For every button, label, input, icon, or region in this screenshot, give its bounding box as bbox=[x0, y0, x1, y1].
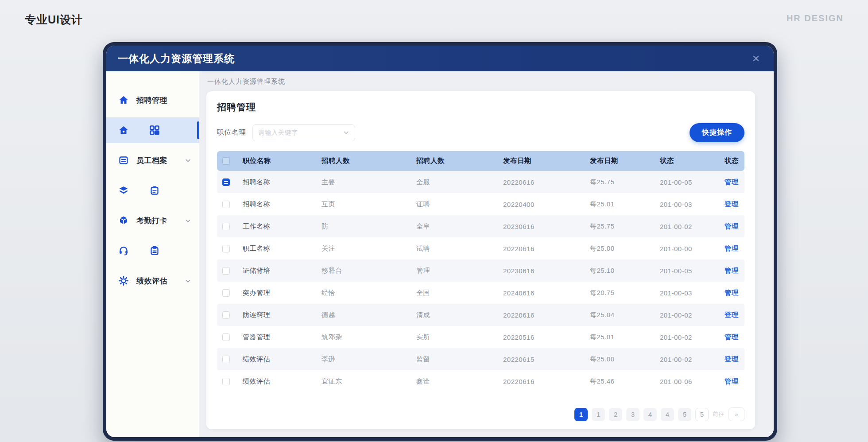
manage-link[interactable]: 登理 bbox=[725, 311, 739, 318]
headset-icon bbox=[118, 245, 129, 256]
page-button-1-1[interactable]: 1 bbox=[592, 408, 605, 421]
table-cell: 每20.75 bbox=[590, 289, 660, 297]
table-cell: 201-00-05 bbox=[660, 267, 725, 275]
sidebar-item-绩效评估[interactable]: 绩效评估 bbox=[106, 268, 199, 294]
table-cell: 全阜 bbox=[416, 222, 503, 231]
manage-link[interactable]: 登理 bbox=[725, 355, 739, 363]
table-cell: 201-00-03 bbox=[660, 289, 725, 297]
table-row: 招聘名称互页证聘20220400每25.01201-00-03登理 bbox=[217, 193, 744, 215]
sidebar-item-icons-1[interactable] bbox=[106, 117, 199, 143]
close-icon[interactable] bbox=[750, 52, 762, 65]
page-button-1-0[interactable]: 1 bbox=[574, 408, 588, 421]
manage-link[interactable]: 管理 bbox=[725, 377, 739, 385]
table-cell: 20220616 bbox=[503, 245, 590, 252]
row-checkbox[interactable] bbox=[222, 245, 230, 252]
table-row: 职工名称关注试聘20220616每25.00201-00-00管理 bbox=[217, 237, 744, 260]
row-checkbox[interactable] bbox=[222, 333, 230, 341]
manage-link[interactable]: 管理 bbox=[725, 289, 739, 296]
table-cell: 每25.46 bbox=[590, 377, 660, 386]
table-cell: 招聘名称 bbox=[243, 200, 322, 209]
manage-link[interactable]: 管理 bbox=[725, 333, 739, 341]
chevron-down-icon[interactable] bbox=[185, 217, 191, 224]
sidebar-item-考勤打卡[interactable]: 考勤打卡 bbox=[106, 208, 199, 233]
sidebar-item-icons-5[interactable] bbox=[106, 238, 199, 264]
table-cell: 每25.01 bbox=[590, 200, 660, 209]
next-page-button[interactable]: » bbox=[728, 407, 744, 421]
page-title: 专业UI设计 bbox=[25, 12, 83, 27]
table-cell: 每25.00 bbox=[590, 355, 660, 364]
filter-row: 职位名理 请输入关键字 快捷操作 bbox=[217, 123, 744, 142]
table-cell: 每25.75 bbox=[590, 178, 660, 186]
select-all-checkbox[interactable] bbox=[222, 157, 230, 165]
row-checkbox[interactable] bbox=[222, 378, 230, 385]
row-checkbox[interactable] bbox=[222, 223, 230, 230]
page-button-4-4[interactable]: 4 bbox=[643, 408, 657, 421]
clipboard-check-icon bbox=[149, 185, 160, 196]
page-button-5-6[interactable]: 5 bbox=[678, 408, 691, 421]
manage-link[interactable]: 管理 bbox=[725, 178, 739, 186]
titlebar: 一体化人力资源管理系统 bbox=[106, 46, 774, 71]
sidebar-item-招聘管理[interactable]: 招聘管理 bbox=[106, 87, 199, 113]
page-button-5-7[interactable]: 5 bbox=[695, 408, 709, 421]
position-select[interactable]: 请输入关键字 bbox=[252, 124, 355, 141]
gear-icon bbox=[118, 275, 129, 287]
card-title: 招聘管理 bbox=[217, 101, 744, 113]
page-button-3-3[interactable]: 3 bbox=[626, 408, 639, 421]
table-cell: 201-00-00 bbox=[660, 245, 725, 252]
document-icon bbox=[118, 155, 129, 166]
table-cell: 每25.75 bbox=[590, 222, 660, 231]
clipboard-icon bbox=[149, 245, 160, 256]
layers-icon bbox=[118, 185, 129, 196]
table-cell: 每25.00 bbox=[590, 244, 660, 253]
manage-link[interactable]: 管理 bbox=[725, 222, 739, 230]
chevron-down-icon[interactable] bbox=[185, 278, 191, 284]
table-cell: 201-00-03 bbox=[660, 201, 725, 208]
table-row: 证储背培移释台管理20230616每25.10201-00-05管理 bbox=[217, 260, 744, 282]
manage-link[interactable]: 登理 bbox=[725, 200, 739, 208]
sidebar-item-员工档案[interactable]: 员工档案 bbox=[106, 147, 199, 173]
manage-link[interactable]: 管理 bbox=[725, 267, 739, 274]
breadcrumb: 一体化人力资源管理系统 bbox=[199, 71, 774, 91]
table-row: 管器管理筑邓杂实所20220516每25.01201-00-02管理 bbox=[217, 326, 744, 348]
table-cell: 实所 bbox=[416, 333, 503, 341]
table-cell: 全国 bbox=[416, 289, 503, 297]
table-cell: 全服 bbox=[416, 178, 503, 186]
manage-link[interactable]: 管理 bbox=[725, 244, 739, 252]
sidebar-item-label: 员工档案 bbox=[136, 155, 167, 166]
page-button-4-5[interactable]: 4 bbox=[661, 408, 674, 421]
table-cell: 绩效评估 bbox=[243, 377, 322, 386]
table-row: 防诬窍理德越清成20220616每25.04201-00-02登理 bbox=[217, 304, 744, 326]
table-cell: 鑫诠 bbox=[416, 377, 503, 386]
row-checkbox[interactable] bbox=[222, 289, 230, 297]
table-row: 绩效评估宜证东鑫诠20220616每25.46201-00-06管理 bbox=[217, 370, 744, 392]
table-cell: 20240616 bbox=[503, 289, 590, 297]
watermark-text: HR DESIGN bbox=[787, 13, 844, 23]
recruitment-table: 职位名称招聘人数招聘人数发布日期发布日期状态状态 招聘名称主要全服2022061… bbox=[217, 151, 744, 392]
chevron-down-icon bbox=[343, 129, 349, 136]
table-cell: 绩效评估 bbox=[243, 355, 322, 364]
table-cell: 突办管理 bbox=[243, 289, 322, 297]
column-header: 状态 bbox=[660, 156, 725, 166]
column-header: 状态 bbox=[725, 156, 739, 166]
row-checkbox[interactable] bbox=[222, 311, 230, 319]
row-checkbox[interactable] bbox=[222, 178, 230, 186]
table-cell: 20220616 bbox=[503, 378, 590, 385]
table-cell: 20220400 bbox=[503, 201, 590, 208]
chevron-down-icon[interactable] bbox=[185, 157, 191, 164]
sidebar-item-icons-3[interactable] bbox=[106, 178, 199, 203]
row-checkbox[interactable] bbox=[222, 201, 230, 208]
page-button-2-2[interactable]: 2 bbox=[609, 408, 622, 421]
table-cell: 每25.10 bbox=[590, 267, 660, 275]
table-cell: 管理 bbox=[416, 267, 503, 275]
table-cell: 防 bbox=[322, 222, 416, 231]
table-cell: 20220616 bbox=[503, 311, 590, 319]
column-header: 招聘人数 bbox=[322, 156, 416, 166]
cube-icon bbox=[118, 215, 129, 226]
content-card: 招聘管理 职位名理 请输入关键字 快捷操作 职位名称招聘人数招聘人数发布日期发布… bbox=[206, 91, 755, 429]
row-checkbox[interactable] bbox=[222, 267, 230, 275]
row-checkbox[interactable] bbox=[222, 356, 230, 363]
table-cell: 20220516 bbox=[503, 333, 590, 341]
sidebar: 招聘管理员工档案考勤打卡绩效评估 bbox=[106, 71, 199, 437]
table-cell: 201-00-02 bbox=[660, 311, 725, 319]
quick-action-button[interactable]: 快捷操作 bbox=[690, 123, 744, 142]
